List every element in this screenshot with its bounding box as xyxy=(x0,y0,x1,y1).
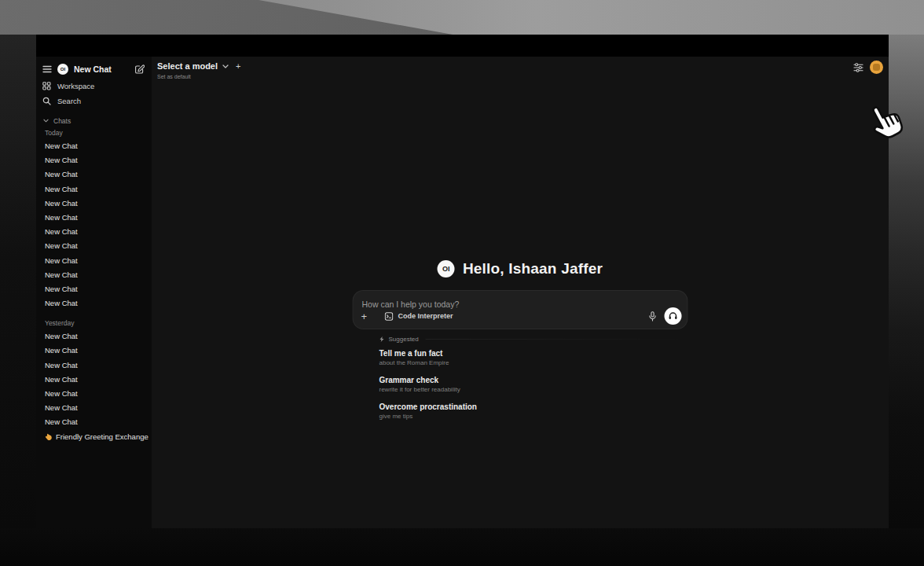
chat-item[interactable]: New Chat xyxy=(36,373,152,387)
bolt-icon xyxy=(380,336,385,343)
app-logo: OI xyxy=(438,260,455,277)
chat-item-title: New Chat xyxy=(45,182,78,197)
search-icon xyxy=(42,97,51,105)
voice-call-button[interactable] xyxy=(665,307,682,325)
chat-item-title: New Chat xyxy=(45,387,78,401)
chat-item[interactable]: New Chat xyxy=(36,153,152,167)
chat-item[interactable]: New Chat xyxy=(36,225,152,239)
sidebar-item-search[interactable]: Search xyxy=(36,94,152,108)
chevron-down-icon xyxy=(222,64,229,68)
sidebar-toggle-icon[interactable] xyxy=(42,65,52,73)
chat-item-title: New Chat xyxy=(45,296,78,311)
sidebar-item-label: Workspace xyxy=(57,82,94,90)
suggested-prompt[interactable]: Overcome procrastinationgive me tips xyxy=(380,402,688,421)
chat-item[interactable]: New Chat xyxy=(36,197,152,211)
suggested-prompt[interactable]: Tell me a fun factabout the Roman Empire xyxy=(380,348,688,367)
grid-icon xyxy=(42,82,51,90)
desktop: OI New Chat Workspace Search xyxy=(0,0,924,566)
chat-item[interactable]: New Chat xyxy=(36,211,152,225)
chat-item[interactable]: New Chat xyxy=(36,296,152,311)
chat-item-title: New Chat xyxy=(45,211,78,225)
controls-sliders-icon[interactable] xyxy=(853,63,864,72)
chat-item-title: Friendly Greeting Exchange xyxy=(56,430,148,444)
sidebar-item-workspace[interactable]: Workspace xyxy=(36,79,152,94)
desktop-background-right xyxy=(889,35,924,528)
greeting-text: Hello, Ishaan Jaffer xyxy=(463,260,603,277)
suggested-prompt-subtitle: rewrite it for better readability xyxy=(380,385,688,394)
chat-item[interactable]: New Chat xyxy=(36,139,152,153)
chat-item-title: New Chat xyxy=(45,373,78,387)
chat-item-title: New Chat xyxy=(45,167,78,182)
model-selector-label: Select a model xyxy=(157,61,218,71)
window-chrome xyxy=(36,35,889,57)
code-interpreter-label: Code Interpreter xyxy=(398,312,453,320)
add-model-button[interactable]: + xyxy=(236,61,240,71)
home-content: OI Hello, Ishaan Jaffer + Code Interpret… xyxy=(353,259,688,421)
chat-item-title: New Chat xyxy=(45,153,78,167)
greeting-block: OI Hello, Ishaan Jaffer xyxy=(353,259,688,278)
suggested-section: Suggested Tell me a fun factabout the Ro… xyxy=(353,334,688,421)
chat-item-title: New Chat xyxy=(45,358,78,373)
chat-item[interactable]: New Chat xyxy=(36,415,152,429)
suggested-prompt-title: Grammar check xyxy=(380,375,688,385)
chat-item[interactable]: Friendly Greeting Exchange xyxy=(36,430,152,444)
new-chat-icon[interactable] xyxy=(134,64,145,75)
message-composer[interactable]: + Code Interpreter xyxy=(353,290,688,329)
suggested-prompt-subtitle: about the Roman Empire xyxy=(380,358,688,367)
suggested-prompt-title: Tell me a fun fact xyxy=(380,348,688,358)
chat-item-title: New Chat xyxy=(45,197,78,211)
chevron-down-icon xyxy=(43,119,49,123)
chats-section-label: Chats xyxy=(53,117,71,125)
desktop-background-top xyxy=(0,0,924,35)
chat-item[interactable]: New Chat xyxy=(36,329,152,344)
chat-item[interactable]: New Chat xyxy=(36,268,152,282)
chat-item-title: New Chat xyxy=(45,139,78,153)
chat-item[interactable]: New Chat xyxy=(36,182,152,197)
chat-item[interactable]: New Chat xyxy=(36,167,152,182)
chat-item-title: New Chat xyxy=(45,254,78,268)
main-area: Select a model + Set as default OI Hello… xyxy=(152,57,889,528)
suggested-label: Suggested xyxy=(389,336,419,343)
waving-hand-icon xyxy=(45,433,53,441)
chat-item-title: New Chat xyxy=(45,401,78,415)
chats-section-toggle[interactable]: Chats xyxy=(36,116,152,126)
sidebar-header: OI New Chat xyxy=(36,57,152,79)
desktop-background-shape xyxy=(0,0,924,35)
desktop-background-left xyxy=(0,35,36,528)
composer-toolbar: + Code Interpreter xyxy=(361,307,682,325)
chat-item[interactable]: New Chat xyxy=(36,344,152,358)
chat-item-title: New Chat xyxy=(45,415,78,429)
terminal-icon xyxy=(385,312,394,321)
chat-item[interactable]: New Chat xyxy=(36,358,152,373)
sidebar: OI New Chat Workspace Search xyxy=(36,57,152,528)
chat-item-title: New Chat xyxy=(45,225,78,239)
divider xyxy=(426,339,688,340)
topbar-actions xyxy=(853,61,883,74)
suggested-prompt-title: Overcome procrastination xyxy=(380,402,688,412)
app-logo: OI xyxy=(57,64,68,75)
chat-item-title: New Chat xyxy=(45,239,78,253)
sidebar-item-label: Search xyxy=(57,97,81,105)
code-interpreter-toggle[interactable]: Code Interpreter xyxy=(385,312,453,321)
suggested-prompt[interactable]: Grammar checkrewrite it for better reada… xyxy=(380,375,688,394)
user-avatar[interactable] xyxy=(870,61,883,74)
chat-item[interactable]: New Chat xyxy=(36,254,152,268)
set-as-default-button[interactable]: Set as default xyxy=(157,74,240,79)
app-window: OI New Chat Workspace Search xyxy=(36,35,889,528)
microphone-icon[interactable] xyxy=(649,311,657,322)
chat-list: TodayNew ChatNew ChatNew ChatNew ChatNew… xyxy=(36,127,152,444)
chat-item-title: New Chat xyxy=(45,282,78,296)
chat-item[interactable]: New Chat xyxy=(36,387,152,401)
chat-group-label: Today xyxy=(36,127,152,139)
suggested-header: Suggested xyxy=(380,334,688,344)
chat-item-title: New Chat xyxy=(45,268,78,282)
chat-item[interactable]: New Chat xyxy=(36,239,152,253)
chat-item-title: New Chat xyxy=(45,344,78,358)
attach-plus-button[interactable]: + xyxy=(361,311,374,322)
headphones-icon xyxy=(669,311,678,321)
suggested-list: Tell me a fun factabout the Roman Empire… xyxy=(380,348,688,421)
desktop-background-bottom xyxy=(0,528,924,566)
chat-item[interactable]: New Chat xyxy=(36,401,152,415)
model-selector[interactable]: Select a model + Set as default xyxy=(157,61,240,79)
chat-item[interactable]: New Chat xyxy=(36,282,152,296)
